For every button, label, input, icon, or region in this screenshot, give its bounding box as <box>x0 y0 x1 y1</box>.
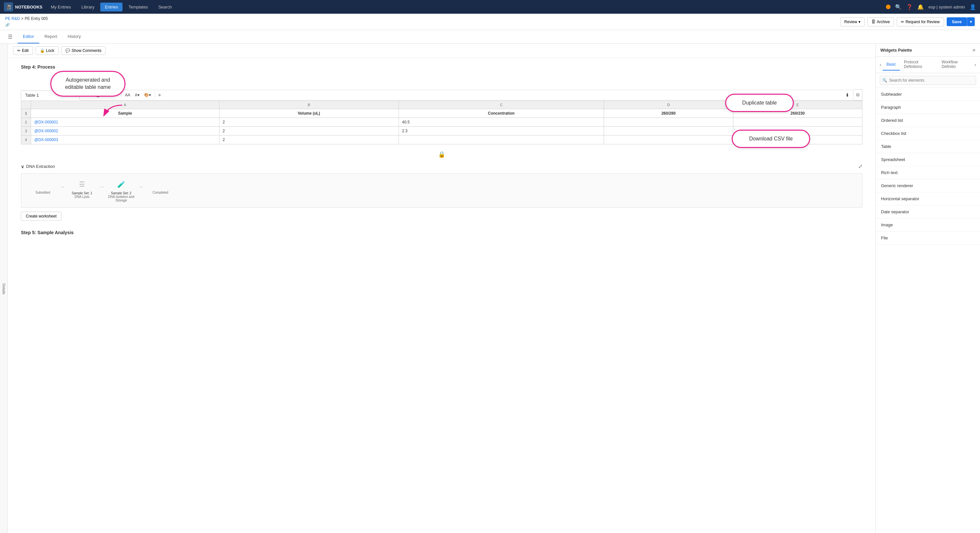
tab-history[interactable]: History <box>62 30 86 43</box>
font-size-button[interactable]: AA <box>123 92 132 98</box>
table-name-arrow <box>103 103 129 118</box>
search-icon-btn[interactable]: 🔍 <box>895 4 902 10</box>
archive-button[interactable]: 🗄 Archive <box>867 17 894 27</box>
row-3-volume[interactable]: 2 <box>219 127 399 135</box>
show-comments-label: Show Comments <box>72 48 101 53</box>
row-2-volume[interactable]: 2 <box>219 118 399 127</box>
row-3-num: 3 <box>21 127 31 135</box>
row-4-concentration[interactable] <box>399 135 604 144</box>
nav-templates[interactable]: Templates <box>124 3 152 11</box>
col-d-header: D <box>604 101 733 109</box>
download-csv-button[interactable]: ⬇ <box>843 91 851 99</box>
logo-icon: 📓 <box>4 2 13 11</box>
row-4-260280[interactable] <box>604 135 733 144</box>
dna-title: ∨ DNA Extraction <box>21 164 55 169</box>
dna-header: ∨ DNA Extraction ⤢ <box>21 163 862 170</box>
bell-icon-btn[interactable]: 🔔 <box>917 4 924 10</box>
palette-tab-basic[interactable]: Basic <box>883 59 900 70</box>
workflow-step-lysis: ☰ Sample Set: 1 DNA Lysis <box>66 179 98 199</box>
autogenerated-table-name-bubble: Autogenerated and editable table name <box>50 71 126 97</box>
review-dropdown-arrow: ▾ <box>859 20 861 24</box>
lock-label: Lock <box>46 48 54 53</box>
side-details-panel[interactable]: Details <box>0 44 8 533</box>
dna-collapse-button[interactable]: ∨ <box>21 164 24 169</box>
download-csv-bubble: Download CSV file <box>732 130 810 148</box>
palette-item-image[interactable]: Image <box>876 218 980 232</box>
nav-library[interactable]: Library <box>77 3 99 11</box>
main-layout: Details ✏ Edit 🔒 Lock 💬 Show Comments St… <box>0 44 980 533</box>
palette-item-generic-renderer[interactable]: Generic renderer <box>876 179 980 193</box>
workflow-lysis-icon: ☰ <box>79 179 85 189</box>
workflow-isolation-icon: 🧪 <box>117 179 126 189</box>
user-avatar[interactable]: 👤 <box>970 4 976 10</box>
review-button[interactable]: Review ▾ <box>840 17 865 27</box>
workflow-submitted-label: Submitted <box>35 191 50 194</box>
col-1-label: 1 <box>21 109 31 118</box>
top-navigation: 📓 NOTEBOOKS My Entries Library Entries T… <box>0 0 980 14</box>
edit-button[interactable]: ✏ Edit <box>13 46 33 55</box>
row-3-260280[interactable] <box>604 127 733 135</box>
palette-search-input[interactable] <box>880 76 976 85</box>
lock-button[interactable]: 🔒 Lock <box>36 46 59 55</box>
palette-item-horizontal-separator[interactable]: Horizontal separator <box>876 193 980 205</box>
row-4-sample[interactable]: @DX-000003 <box>31 135 220 144</box>
create-worksheet-button[interactable]: Create worksheet <box>21 212 61 221</box>
notification-dot <box>886 5 891 9</box>
editor-content: Step 4: Process Autogenerated and editab… <box>8 58 875 242</box>
palette-item-checkbox-list[interactable]: Checkbox list <box>876 127 980 140</box>
palette-search-icon: 🔍 <box>882 78 887 83</box>
palette-item-table[interactable]: Table <box>876 140 980 153</box>
request-review-button[interactable]: ✏ Request for Review <box>897 17 944 27</box>
breadcrumb-bar: PE R&D > PE Entry 005 🔗 Review ▾ 🗄 Archi… <box>0 14 980 30</box>
breadcrumb: PE R&D > PE Entry 005 <box>5 16 48 21</box>
palette-item-ordered-list[interactable]: Ordered list <box>876 114 980 127</box>
palette-item-paragraph[interactable]: Paragraph <box>876 101 980 114</box>
tab-report[interactable]: Report <box>39 30 62 43</box>
col-260280-header: 260/280 <box>604 109 733 118</box>
hamburger-menu[interactable]: ☰ <box>5 31 15 43</box>
help-icon-btn[interactable]: ❓ <box>906 4 913 10</box>
breadcrumb-parent[interactable]: PE R&D <box>5 16 20 21</box>
palette-tab-prev[interactable]: ‹ <box>878 59 883 70</box>
row-3-sample[interactable]: @DX-000002 <box>31 127 220 135</box>
save-button[interactable]: Save <box>947 17 967 26</box>
dna-expand-button[interactable]: ⤢ <box>858 163 862 170</box>
palette-item-rich-text[interactable]: Rich text <box>876 166 980 179</box>
nav-search[interactable]: Search <box>154 3 177 11</box>
palette-item-file[interactable]: File <box>876 232 980 245</box>
edit-label: Edit <box>22 48 29 53</box>
row-4-volume[interactable]: 2 <box>219 135 399 144</box>
font-color-button[interactable]: A▾ <box>133 92 142 98</box>
dna-section: ∨ DNA Extraction ⤢ Submitted → ☰ Sample … <box>21 163 862 225</box>
show-comments-button[interactable]: 💬 Show Comments <box>61 46 105 55</box>
row-2-sample[interactable]: @DX-000001 <box>31 118 220 127</box>
row-2-num: 2 <box>21 118 31 127</box>
workflow-connector-3: → <box>137 179 144 190</box>
save-dropdown-arrow[interactable]: ▾ <box>967 17 975 26</box>
row-2-260280[interactable] <box>604 118 733 127</box>
palette-item-subheader[interactable]: Subheader <box>876 88 980 101</box>
highlight-color-button[interactable]: 🎨▾ <box>142 92 153 98</box>
tab-editor[interactable]: Editor <box>18 30 39 43</box>
archive-icon: 🗄 <box>872 20 875 24</box>
col-num-header <box>21 101 31 109</box>
palette-tab-next[interactable]: › <box>973 59 977 70</box>
palette-item-date-separator[interactable]: Date separator <box>876 205 980 218</box>
review-label: Review <box>845 20 857 24</box>
row-3-concentration[interactable]: 2.3 <box>399 127 604 135</box>
col-c-header: C <box>399 101 604 109</box>
align-button[interactable]: ≡ <box>156 92 163 98</box>
duplicate-table-button[interactable]: ⧉ <box>854 89 862 100</box>
workflow-isolation-sublabel: Sample Set: 2 <box>111 191 132 195</box>
palette-tab-workflow[interactable]: Workflow Definitio <box>938 57 974 73</box>
nav-my-entries[interactable]: My Entries <box>46 3 75 11</box>
palette-tab-protocol[interactable]: Protocol Definitions <box>900 57 938 73</box>
palette-item-spreadsheet[interactable]: Spreadsheet <box>876 153 980 166</box>
nav-entries[interactable]: Entries <box>100 3 123 11</box>
row-2-260230[interactable] <box>733 118 862 127</box>
workflow-diagram: Submitted → ☰ Sample Set: 1 DNA Lysis → … <box>21 173 862 208</box>
row-2-concentration[interactable]: 40.5 <box>399 118 604 127</box>
request-icon: ✏ <box>901 20 904 24</box>
palette-close-button[interactable]: » <box>972 47 975 53</box>
table-row: 2 @DX-000001 2 40.5 <box>21 118 862 127</box>
